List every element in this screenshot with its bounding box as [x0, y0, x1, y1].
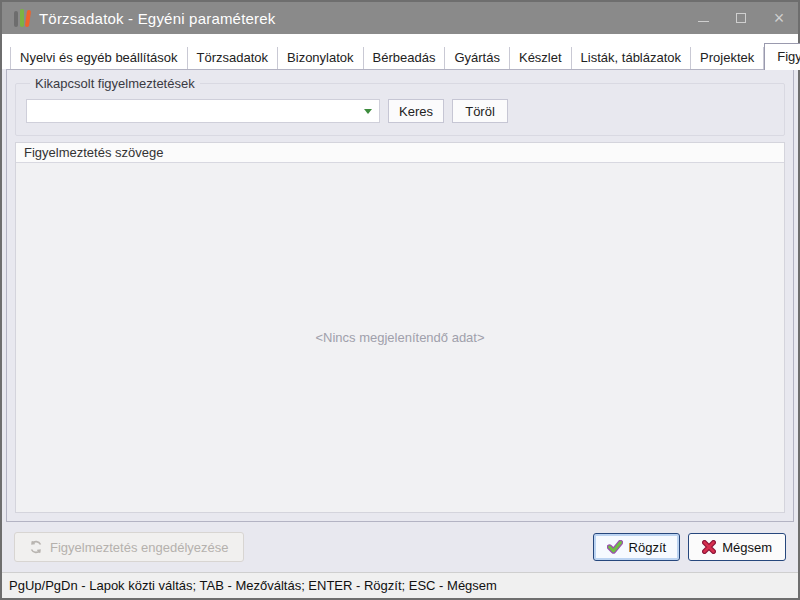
footer-bar: Figyelmeztetés engedélyezése Rögzít Mégs…: [2, 522, 798, 572]
tab-projektek[interactable]: Projektek: [691, 47, 764, 69]
warnings-list: Figyelmeztetés szövege <Nincs megjelenít…: [15, 142, 785, 513]
tab-keszlet[interactable]: Készlet: [510, 47, 572, 69]
save-button[interactable]: Rögzít: [593, 533, 681, 561]
tab-listak-tablazatok[interactable]: Listák, táblázatok: [572, 47, 691, 69]
status-bar: PgUp/PgDn - Lapok közti váltás; TAB - Me…: [2, 572, 798, 598]
enable-warning-label: Figyelmeztetés engedélyezése: [50, 540, 229, 555]
close-icon: ×: [774, 13, 785, 23]
tab-figyelmeztetesek[interactable]: Figyelmeztetések: [764, 43, 800, 70]
maximize-button[interactable]: [722, 2, 760, 34]
tab-bar: Nyelvi és egyéb beállítások Törzsadatok …: [2, 34, 798, 69]
save-button-label: Rögzít: [629, 540, 667, 555]
warnings-list-body: <Nincs megjelenítendő adat>: [16, 163, 784, 512]
warning-combobox[interactable]: [26, 99, 380, 123]
warning-combobox-input[interactable]: [27, 100, 357, 122]
tab-torzsadatok[interactable]: Törzsadatok: [188, 47, 279, 69]
minimize-button[interactable]: [684, 2, 722, 34]
combobox-dropdown-button[interactable]: [357, 100, 379, 122]
titlebar[interactable]: Törzsadatok - Egyéni paraméterek ×: [2, 2, 798, 34]
window-controls: ×: [684, 2, 798, 34]
groupbox-label: Kikapcsolt figyelmeztetések: [30, 76, 200, 91]
app-window: Törzsadatok - Egyéni paraméterek × Nyelv…: [0, 0, 800, 600]
refresh-icon: [29, 540, 43, 554]
status-text: PgUp/PgDn - Lapok közti váltás; TAB - Me…: [9, 578, 497, 593]
checkmark-icon: [607, 540, 623, 554]
window-title: Törzsadatok - Egyéni paraméterek: [39, 10, 276, 27]
app-icon: [14, 9, 30, 27]
tab-page-figyelmeztetesek: Kikapcsolt figyelmeztetések Keres Töröl …: [6, 69, 794, 522]
close-button[interactable]: ×: [760, 2, 798, 34]
dropdown-arrow-icon: [364, 109, 372, 114]
keres-button[interactable]: Keres: [388, 99, 444, 123]
groupbox-kikapcsolt-figyelmeztetesek: Kikapcsolt figyelmeztetések Keres Töröl: [15, 76, 785, 136]
search-row: Keres Töröl: [26, 99, 774, 123]
tab-nyelvi-es-egyeb-beallitasok[interactable]: Nyelvi és egyéb beállítások: [10, 47, 188, 69]
cancel-button[interactable]: Mégsem: [688, 533, 786, 561]
tab-berbeadas[interactable]: Bérbeadás: [364, 47, 446, 69]
tab-gyartas[interactable]: Gyártás: [445, 47, 510, 69]
column-header-figyelmeztetes-szovege[interactable]: Figyelmeztetés szövege: [16, 143, 784, 163]
torol-button[interactable]: Töröl: [452, 99, 508, 123]
minimize-icon: [698, 21, 709, 22]
enable-warning-button[interactable]: Figyelmeztetés engedélyezése: [14, 532, 244, 562]
empty-data-text: <Nincs megjelenítendő adat>: [315, 330, 484, 345]
cancel-button-label: Mégsem: [722, 540, 772, 555]
cancel-x-icon: [702, 540, 716, 554]
maximize-icon: [736, 13, 746, 23]
tab-bizonylatok[interactable]: Bizonylatok: [278, 47, 363, 69]
